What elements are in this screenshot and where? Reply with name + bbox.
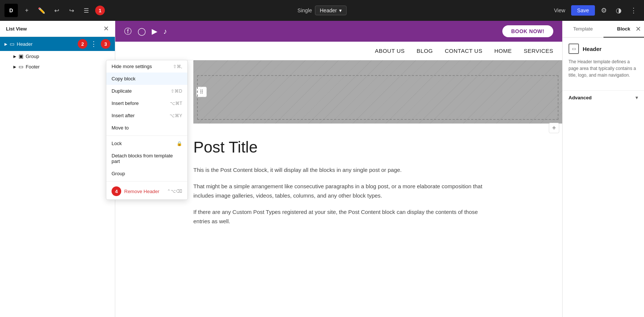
- book-now-button[interactable]: BOOK NOW!: [502, 25, 553, 37]
- menu-item-remove-header[interactable]: 4 Remove Header ⌃⌥⌫: [106, 183, 187, 199]
- step-badge-4: 4: [112, 186, 121, 196]
- facebook-icon[interactable]: ⓕ: [124, 26, 132, 36]
- footer-block-icon: ▭: [19, 64, 23, 70]
- appearance-button[interactable]: ◑: [613, 4, 625, 16]
- chevron-right-icon-group: ▶: [13, 54, 16, 58]
- toolbar-right: View Save ⚙ ◑ ⋮: [551, 4, 640, 16]
- group-label: Group: [26, 54, 110, 59]
- nav-contact-us[interactable]: CONTACT US: [445, 48, 482, 54]
- ellipsis-icon: ⋮: [630, 6, 637, 15]
- group-label-menu: Group: [112, 171, 125, 176]
- social-icons: ⓕ ◯ ▶ ♪: [124, 26, 496, 36]
- nav-home[interactable]: HOME: [494, 48, 512, 54]
- edit-button[interactable]: ✏️: [36, 4, 48, 16]
- block-name: Header: [583, 46, 602, 52]
- tree-item-header[interactable]: ▶ ▭ Header 2 ⋮ 3: [0, 37, 115, 51]
- insert-before-label: Insert before: [112, 100, 139, 106]
- right-panel-body: ▭ Header The Header template defines a p…: [563, 38, 644, 90]
- panel-header: List View ✕: [0, 21, 115, 37]
- block-header-row: ▭ Header: [569, 44, 638, 54]
- more-button[interactable]: ⋮: [628, 4, 640, 16]
- chevron-down-icon: ▾: [339, 7, 342, 13]
- add-block-canvas-button[interactable]: +: [549, 123, 559, 133]
- step-badge-1: 1: [95, 6, 105, 15]
- pencil-icon: ✏️: [38, 7, 45, 14]
- undo-icon: ↩: [54, 7, 59, 14]
- add-block-button[interactable]: +: [21, 4, 33, 16]
- view-button[interactable]: View: [551, 5, 568, 16]
- settings-button[interactable]: ⚙: [598, 4, 610, 16]
- copy-block-label: Copy block: [112, 76, 135, 81]
- list-icon: ☰: [84, 7, 89, 14]
- header-label: Header: [17, 41, 75, 47]
- menu-item-lock[interactable]: Lock 🔒: [106, 137, 187, 150]
- image-placeholder: ⠿: [193, 60, 562, 124]
- insert-after-shortcut: ⌥⌘Y: [170, 113, 182, 118]
- group-block-icon: ▣: [19, 53, 23, 59]
- undo-button[interactable]: ↩: [51, 4, 62, 16]
- step-badge-3: 3: [101, 39, 110, 49]
- logo-button[interactable]: D: [4, 4, 18, 17]
- menu-item-hide-settings[interactable]: Hide more settings ⇧⌘,: [106, 60, 187, 73]
- block-description: The Header template defines a page area …: [569, 58, 638, 79]
- nav-bar: ABOUT US BLOG CONTACT US HOME SERVICES: [115, 42, 562, 60]
- menu-item-duplicate[interactable]: Duplicate ⇧⌘D: [106, 85, 187, 97]
- tree-item-footer[interactable]: ▶ ▭ Footer: [0, 61, 115, 72]
- close-right-panel-button[interactable]: ✕: [635, 25, 641, 33]
- menu-item-insert-before[interactable]: Insert before ⌥⌘T: [106, 97, 187, 109]
- header-options-button[interactable]: ⋮: [90, 40, 98, 48]
- menu-item-detach-blocks[interactable]: Detach blocks from template part: [106, 150, 187, 167]
- advanced-row[interactable]: Advanced ▾: [563, 90, 644, 104]
- drag-handle[interactable]: ⠿: [196, 87, 207, 97]
- menu-item-insert-after[interactable]: Insert after ⌥⌘Y: [106, 109, 187, 122]
- list-view-button[interactable]: ☰: [80, 4, 92, 16]
- toolbar-center: Single Header ▾: [297, 6, 347, 15]
- block-type-icon: ▭: [569, 44, 579, 54]
- post-content-3: If there are any Custom Post Types regis…: [193, 207, 484, 226]
- instagram-icon[interactable]: ◯: [138, 27, 146, 36]
- menu-item-move-to[interactable]: Move to: [106, 122, 187, 134]
- header-dropdown[interactable]: Header ▾: [315, 6, 347, 15]
- step-badge-2: 2: [78, 39, 87, 49]
- save-button[interactable]: Save: [571, 5, 595, 16]
- site-label: Single: [297, 7, 312, 13]
- detach-blocks-label: Detach blocks from template part: [112, 153, 182, 164]
- chevron-right-icon-footer: ▶: [13, 65, 16, 69]
- left-panel: List View ✕ ▶ ▭ Header 2 ⋮ 3 ▶ ▣ Group ▶…: [0, 21, 115, 317]
- advanced-label: Advanced: [569, 95, 592, 100]
- youtube-icon[interactable]: ▶: [152, 27, 157, 36]
- nav-blog[interactable]: BLOG: [417, 48, 433, 54]
- footer-label: Footer: [26, 64, 110, 70]
- menu-item-group[interactable]: Group: [106, 167, 187, 180]
- lock-icon: 🔒: [177, 141, 182, 146]
- remove-header-label: Remove Header: [124, 189, 160, 194]
- menu-item-copy-block[interactable]: Copy block: [106, 73, 187, 85]
- tiktok-icon[interactable]: ♪: [163, 27, 167, 36]
- main-area: List View ✕ ▶ ▭ Header 2 ⋮ 3 ▶ ▣ Group ▶…: [0, 21, 644, 317]
- hide-settings-label: Hide more settings: [112, 64, 152, 69]
- chevron-down-icon: ▾: [635, 95, 638, 100]
- duplicate-label: Duplicate: [112, 88, 132, 94]
- remove-header-shortcut: ⌃⌥⌫: [167, 189, 182, 194]
- redo-button[interactable]: ↪: [65, 4, 77, 16]
- gear-icon: ⚙: [601, 6, 607, 15]
- hide-settings-shortcut: ⇧⌘,: [173, 64, 182, 69]
- contrast-icon: ◑: [616, 6, 622, 15]
- chevron-right-icon: ▶: [4, 42, 7, 46]
- menu-divider-2: [106, 181, 187, 182]
- nav-services[interactable]: SERVICES: [524, 48, 553, 54]
- insert-before-shortcut: ⌥⌘T: [170, 101, 182, 106]
- post-content-1: This is the Post Content block, it will …: [193, 165, 484, 175]
- post-title: Post Title: [193, 138, 484, 156]
- tree-item-group[interactable]: ▶ ▣ Group: [0, 51, 115, 61]
- plus-icon: +: [25, 7, 28, 14]
- lock-label: Lock: [112, 141, 122, 146]
- close-panel-button[interactable]: ✕: [103, 25, 109, 32]
- context-menu: Hide more settings ⇧⌘, Copy block Duplic…: [106, 60, 188, 200]
- toolbar: D + ✏️ ↩ ↪ ☰ 1 Single Header ▾ View Save…: [0, 0, 644, 21]
- dotted-border: [197, 75, 558, 120]
- logo-text: D: [9, 7, 13, 13]
- tab-template[interactable]: Template: [563, 21, 603, 38]
- nav-about-us[interactable]: ABOUT US: [375, 48, 405, 54]
- post-content-2: That might be a simple arrangement like …: [193, 182, 484, 201]
